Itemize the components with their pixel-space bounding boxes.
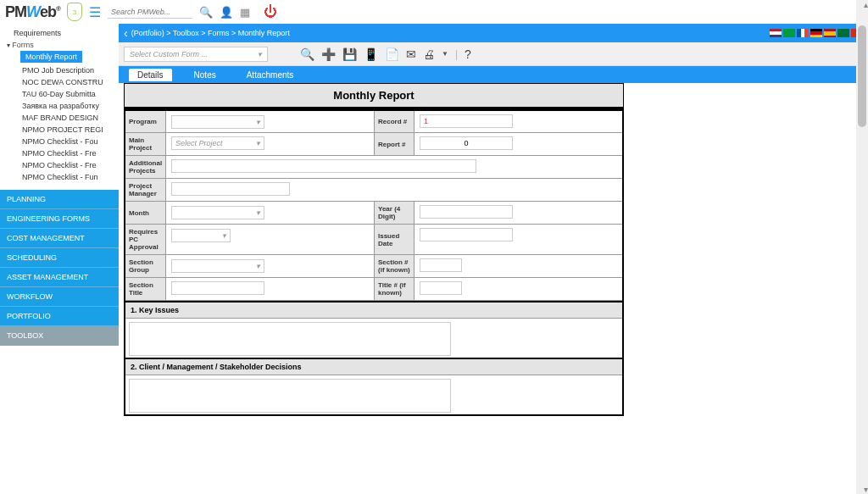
flag-sa[interactable] <box>837 29 849 37</box>
module-scheduling[interactable]: SCHEDULING <box>0 248 119 268</box>
module-cost[interactable]: COST MANAGEMENT <box>0 229 119 248</box>
chevron-down-icon: ▾ <box>222 231 226 240</box>
breadcrumb-bar: ‹ (Portfolio) > Toolbox > Forms > Monthl… <box>119 24 868 42</box>
language-flags <box>770 29 863 37</box>
month-select[interactable]: ▾ <box>171 206 264 219</box>
sidebar: Requirements Forms Monthly Report PMO Jo… <box>0 24 119 494</box>
module-planning[interactable]: PLANNING <box>0 190 119 209</box>
label-additional: Additional Projects <box>125 156 166 178</box>
tree-item[interactable]: TAU 60-Day Submitta <box>5 88 114 100</box>
content-area: ‹ (Portfolio) > Toolbox > Forms > Monthl… <box>119 24 868 494</box>
key-issues-textarea[interactable] <box>129 322 451 356</box>
chevron-down-icon: ▾ <box>256 139 260 147</box>
subtabs: Details Notes Attachments <box>119 66 868 83</box>
tree-item[interactable]: PMO Job Description <box>5 64 114 76</box>
app-header: PMWeb® 3 ☰ 🔍 👤 ▦ ⏻ <box>0 0 868 24</box>
additional-input[interactable] <box>171 159 476 173</box>
scroll-down-icon[interactable]: ▾ <box>864 485 868 494</box>
separator: | <box>455 48 458 60</box>
breadcrumb: (Portfolio) > Toolbox > Forms > Monthly … <box>131 29 290 37</box>
flag-es[interactable] <box>824 29 836 37</box>
label-record: Record # <box>374 111 415 132</box>
year-input[interactable] <box>420 205 513 219</box>
secnum-input[interactable] <box>420 258 462 272</box>
flag-fr[interactable] <box>797 29 809 37</box>
power-icon[interactable]: ⏻ <box>264 4 277 19</box>
add-icon[interactable]: ➕ <box>321 47 336 61</box>
program-select[interactable]: ▾ <box>171 115 264 129</box>
logo-w: W <box>26 3 40 20</box>
tab-notes[interactable]: Notes <box>186 69 225 81</box>
notification-shield[interactable]: 3 <box>67 3 82 21</box>
help-icon[interactable]: ? <box>465 47 471 61</box>
module-workflow[interactable]: WORKFLOW <box>0 287 119 307</box>
copy-icon[interactable]: 📄 <box>385 47 399 61</box>
module-toolbox[interactable]: TOOLBOX <box>0 326 119 346</box>
nav-tree: Requirements Forms Monthly Report PMO Jo… <box>0 24 119 186</box>
label-pm: Project Manager <box>125 179 166 201</box>
flag-de[interactable] <box>810 29 822 37</box>
secgroup-select[interactable]: ▾ <box>171 259 264 273</box>
chevron-down-icon: ▾ <box>258 50 262 58</box>
form-title: Monthly Report <box>124 83 624 109</box>
shield-count: 3 <box>73 8 76 16</box>
module-portfolio[interactable]: PORTFOLIO <box>0 307 119 326</box>
apps-icon[interactable]: ▦ <box>240 6 250 19</box>
chevron-down-icon: ▾ <box>256 208 260 217</box>
logo-suffix: eb <box>40 3 56 20</box>
record-input[interactable] <box>420 114 513 128</box>
user-icon[interactable]: 👤 <box>220 6 233 19</box>
search-input[interactable] <box>108 6 192 19</box>
tree-item[interactable]: NPMO Checklist - Fre <box>5 147 114 159</box>
module-nav: PLANNING ENGINEERING FORMS COST MANAGEME… <box>0 190 119 346</box>
save-icon[interactable]: 💾 <box>342 47 357 61</box>
vertical-scrollbar[interactable]: ▴ ▾ <box>856 0 868 494</box>
label-section-group: Section Group <box>125 255 166 277</box>
print-icon[interactable]: 🖨 <box>423 47 435 61</box>
tree-item[interactable]: NPMO Checklist - Fun <box>5 171 114 183</box>
tab-details[interactable]: Details <box>129 69 172 81</box>
mobile-icon[interactable]: 📱 <box>364 47 378 61</box>
issued-input[interactable] <box>420 228 513 241</box>
form-body: Program ▾ Record # Main Project Select P… <box>124 109 624 416</box>
tree-requirements[interactable]: Requirements <box>5 27 114 39</box>
mail-icon[interactable]: ✉ <box>406 47 416 61</box>
report-input[interactable] <box>420 136 513 150</box>
zoom-icon[interactable]: 🔍 <box>300 47 314 61</box>
flag-us[interactable] <box>770 29 782 37</box>
sectitle-input[interactable] <box>171 281 264 295</box>
search-icon[interactable]: 🔍 <box>199 6 213 19</box>
titlenum-input[interactable] <box>420 281 462 295</box>
label-main-project: Main Project <box>125 133 166 155</box>
tree-item[interactable]: NPMO Checklist - Fou <box>5 136 114 147</box>
logo-prefix: PM <box>5 3 26 20</box>
tree-item[interactable]: MAF BRAND DESIGN <box>5 112 114 124</box>
module-engineering[interactable]: ENGINEERING FORMS <box>0 209 119 229</box>
tree-item[interactable]: Заявка на разработку <box>5 100 114 112</box>
scroll-up-icon[interactable]: ▴ <box>864 0 868 9</box>
approval-select[interactable]: ▾ <box>171 229 231 242</box>
scroll-thumb[interactable] <box>858 25 866 127</box>
section-decisions: 2. Client / Management / Stakeholder Dec… <box>125 358 622 375</box>
tree-item[interactable]: NPMO Checklist - Fre <box>5 159 114 171</box>
menu-icon[interactable]: ☰ <box>89 4 101 20</box>
label-program: Program <box>125 111 166 132</box>
project-select[interactable]: Select Project▾ <box>171 136 264 150</box>
tree-item[interactable]: NOC DEWA CONSTRU <box>5 76 114 88</box>
form-scroll[interactable]: Monthly Report Program ▾ Record # Main P… <box>119 83 868 494</box>
back-icon[interactable]: ‹ <box>124 26 128 40</box>
tab-attachments[interactable]: Attachments <box>238 69 303 81</box>
label-section-title: Section Title <box>125 278 166 300</box>
decisions-textarea[interactable] <box>129 379 451 413</box>
module-asset[interactable]: ASSET MANAGEMENT <box>0 268 119 287</box>
tree-forms[interactable]: Forms <box>5 39 114 51</box>
flag-br[interactable] <box>783 29 795 37</box>
chevron-down-icon: ▾ <box>256 262 260 270</box>
pm-input[interactable] <box>171 182 290 196</box>
tree-item[interactable]: NPMO PROJECT REGI <box>5 124 114 136</box>
form-selector[interactable]: Select Custom Form ...▾ <box>124 47 268 62</box>
form-toolbar: Select Custom Form ...▾ 🔍 ➕ 💾 📱 📄 ✉ 🖨▼ |… <box>119 42 868 66</box>
label-title-known: Title # (if known) <box>374 278 415 300</box>
label-issued: Issued Date <box>374 225 415 254</box>
tree-monthly-report[interactable]: Monthly Report <box>20 51 82 63</box>
